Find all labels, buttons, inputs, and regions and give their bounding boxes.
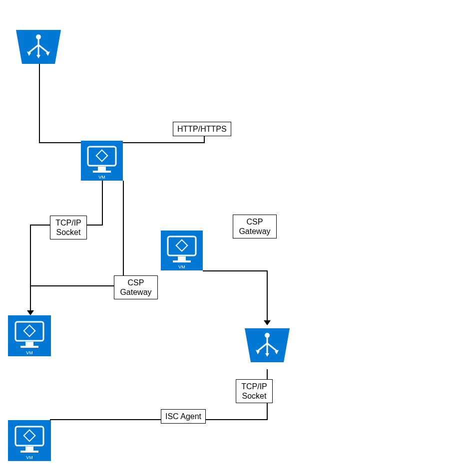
svg-rect-2 — [98, 167, 106, 171]
connector — [267, 270, 268, 324]
vm-caption: VM — [98, 175, 105, 180]
load-balancer-icon-2 — [240, 326, 295, 366]
svg-point-32 — [265, 333, 270, 338]
svg-rect-19 — [25, 447, 33, 451]
svg-text:VM: VM — [26, 455, 33, 460]
label-isc-agent: ISC Agent — [161, 409, 206, 424]
label-http: HTTP/HTTPS — [173, 122, 231, 136]
vm-icon-web-server: VM — [81, 141, 123, 183]
svg-rect-7 — [178, 256, 186, 260]
diagram-canvas: { "labels": { "http": "HTTP/HTTPS", "csp… — [0, 0, 460, 476]
svg-rect-20 — [20, 451, 38, 453]
connector — [50, 419, 268, 420]
label-tcpip-socket-1: TCP/IP Socket — [50, 216, 87, 239]
label-csp-gateway-2: CSP Gateway — [233, 215, 277, 238]
svg-rect-8 — [173, 260, 191, 262]
connector — [30, 225, 31, 314]
vm-icon-data-2: VM — [8, 420, 51, 463]
connector — [39, 64, 40, 143]
arrowhead — [27, 310, 34, 315]
svg-rect-14 — [20, 346, 38, 348]
vm-icon-data-1: VM — [8, 315, 51, 358]
connector — [203, 270, 268, 271]
connector — [123, 181, 124, 285]
connector — [30, 285, 124, 286]
svg-text:VM: VM — [178, 264, 185, 269]
svg-rect-13 — [25, 342, 33, 346]
label-csp-gateway-1: CSP Gateway — [114, 275, 158, 299]
vm-icon-web-server-2: VM — [161, 231, 203, 272]
svg-point-24 — [36, 34, 41, 39]
arrowhead — [264, 320, 271, 325]
label-tcpip-socket-2: TCP/IP Socket — [236, 379, 273, 403]
svg-text:VM: VM — [26, 350, 33, 355]
connector — [102, 181, 103, 226]
svg-rect-3 — [93, 171, 111, 173]
load-balancer-icon-1 — [11, 28, 66, 68]
